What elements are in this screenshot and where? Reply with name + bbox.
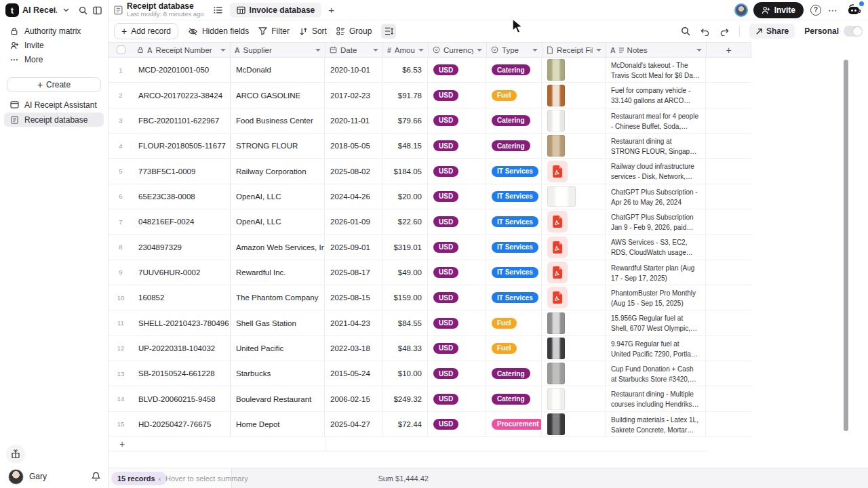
cell-receipt-number[interactable]: 7UUV6HUR-0002 xyxy=(133,260,231,285)
cell-notes[interactable]: PhantomBuster Pro Monthly (Aug 15 - Sep … xyxy=(606,285,706,310)
cell-supplier[interactable]: Home Depot xyxy=(230,412,325,436)
chevron-down-icon[interactable] xyxy=(532,49,538,52)
receipt-thumbnail[interactable] xyxy=(547,388,565,410)
cell-currency[interactable]: USD xyxy=(428,184,486,209)
cell-amount[interactable]: $184.05 xyxy=(382,159,428,183)
undo-icon[interactable] xyxy=(700,27,710,36)
column-header-date[interactable]: Date xyxy=(326,43,383,57)
cell-type[interactable]: Fuel xyxy=(486,336,542,361)
cell-notes[interactable]: 15.956G Regular fuel at Shell, 6707 West… xyxy=(606,310,706,335)
cell-currency[interactable]: USD xyxy=(428,235,486,259)
cell-currency[interactable]: USD xyxy=(428,361,486,386)
receipt-thumbnail[interactable] xyxy=(547,59,565,81)
cell-amount[interactable]: $20.00 xyxy=(382,184,428,209)
cell-amount[interactable]: $6.53 xyxy=(382,58,428,82)
cell-notes[interactable]: McDonald's takeout - The Travis Scott Me… xyxy=(606,58,706,82)
cell-date[interactable]: 2025-08-17 xyxy=(325,260,382,285)
table-row[interactable]: 14 BLVD-20060215-9458 Boulevard Restaura… xyxy=(108,386,751,411)
cell-receipt-file[interactable] xyxy=(542,361,606,386)
cell-amount[interactable]: $48.33 xyxy=(382,336,428,361)
table-row[interactable]: 8 2304897329 Amazon Web Services, Inc. 2… xyxy=(108,235,751,260)
cell-amount[interactable]: $10.00 xyxy=(382,361,428,386)
cell-receipt-file[interactable] xyxy=(542,386,606,411)
create-button[interactable]: + Create xyxy=(7,77,101,92)
cell-receipt-number[interactable]: 048216EF-0024 xyxy=(133,209,231,234)
filter-button[interactable]: Filter xyxy=(258,26,290,36)
cell-receipt-file[interactable] xyxy=(542,260,606,285)
receipt-thumbnail[interactable] xyxy=(547,262,568,283)
cell-currency[interactable]: USD xyxy=(428,209,486,234)
cell-supplier[interactable]: The Phantom Company xyxy=(230,285,325,310)
receipt-thumbnail[interactable] xyxy=(547,135,565,157)
personal-toggle[interactable] xyxy=(844,26,863,37)
receipt-thumbnail[interactable] xyxy=(547,413,565,435)
cell-notes[interactable]: Fuel for company vehicle - 33.140 gallon… xyxy=(606,83,706,107)
cell-type[interactable]: Catering xyxy=(486,134,542,158)
help-icon[interactable]: ? xyxy=(810,5,821,16)
cell-amount[interactable]: $249.32 xyxy=(382,386,428,411)
table-row[interactable]: 2 ARCO-20170223-38424 ARCO GASOLINE 2017… xyxy=(108,83,751,108)
receipt-thumbnail[interactable] xyxy=(547,363,565,384)
receipt-thumbnail[interactable] xyxy=(547,161,568,182)
amount-sum[interactable]: Sum $1,444.42 xyxy=(340,474,429,483)
cell-type[interactable]: IT Services xyxy=(486,285,542,310)
add-table-button[interactable]: + xyxy=(328,4,334,16)
cell-receipt-file[interactable] xyxy=(542,159,606,183)
cell-receipt-number[interactable]: ARCO-20170223-38424 xyxy=(133,83,231,107)
cell-supplier[interactable]: Shell Gas Station xyxy=(230,310,325,335)
group-button[interactable]: Group xyxy=(336,26,372,36)
cell-supplier[interactable]: Food Business Center xyxy=(230,108,325,133)
chevron-down-icon[interactable] xyxy=(220,49,226,52)
cell-type[interactable]: Catering xyxy=(486,386,542,411)
table-row[interactable]: 9 7UUV6HUR-0002 Rewardful Inc. 2025-08-1… xyxy=(108,260,751,285)
cell-type[interactable]: Fuel xyxy=(486,83,542,107)
cell-date[interactable]: 2022-03-18 xyxy=(325,336,382,361)
avatar[interactable] xyxy=(734,3,748,17)
cell-amount[interactable]: $49.00 xyxy=(382,260,428,285)
cell-amount[interactable]: $159.00 xyxy=(382,285,428,310)
cell-notes[interactable]: Cup Fund Donation + Cash at Starbucks St… xyxy=(606,361,706,386)
cell-date[interactable]: 2006-02-15 xyxy=(325,386,382,411)
cell-type[interactable]: Catering xyxy=(486,58,542,82)
receipt-thumbnail[interactable] xyxy=(547,85,565,106)
cell-supplier[interactable]: Starbucks xyxy=(230,361,325,386)
table-row[interactable]: 10 160852 The Phantom Company 2025-08-15… xyxy=(108,285,751,310)
cell-receipt-number[interactable]: UP-20220318-104032 xyxy=(133,336,231,361)
sidebar-item-invite[interactable]: Invite xyxy=(4,39,104,52)
workspace-name[interactable]: AI Recei... xyxy=(22,5,57,15)
receipt-thumbnail[interactable] xyxy=(547,338,565,359)
cell-receipt-file[interactable] xyxy=(542,336,606,361)
cell-supplier[interactable]: ARCO GASOLINE xyxy=(230,83,325,107)
cell-amount[interactable]: $79.66 xyxy=(382,108,428,133)
cell-currency[interactable]: USD xyxy=(428,285,486,310)
cell-currency[interactable]: USD xyxy=(428,412,486,436)
cell-notes[interactable]: ChatGPT Plus Subscription - Apr 26 to Ma… xyxy=(606,184,706,209)
cell-currency[interactable]: USD xyxy=(428,260,486,285)
active-table-tab[interactable]: Receipt database Last modify: 8 minutes … xyxy=(127,2,204,18)
column-header-type[interactable]: Type xyxy=(487,43,542,57)
tab-invoice-database[interactable]: Invoice database xyxy=(230,3,322,18)
cell-currency[interactable]: USD xyxy=(428,108,486,133)
cell-receipt-file[interactable] xyxy=(542,285,606,310)
cell-receipt-number[interactable]: 773BF5C1-0009 xyxy=(133,159,231,183)
cell-date[interactable]: 2025-08-02 xyxy=(325,159,382,183)
table-row[interactable]: 15 HD-20250427-76675 Home Depot 2025-04-… xyxy=(108,412,751,437)
cell-type[interactable]: Catering xyxy=(486,361,542,386)
bell-icon[interactable] xyxy=(92,472,100,481)
cell-date[interactable]: 2018-05-05 xyxy=(325,134,382,158)
cell-notes[interactable]: Restaurant dining - Multiple courses inc… xyxy=(606,386,706,411)
search-icon[interactable] xyxy=(78,4,89,16)
cell-notes[interactable]: ChatGPT Plus Subscription Jan 9 - Feb 9,… xyxy=(606,209,706,234)
cell-type[interactable]: IT Services xyxy=(486,209,542,234)
cell-receipt-number[interactable]: FLOUR-20180505-11677 xyxy=(133,134,231,158)
cell-amount[interactable]: $319.01 xyxy=(382,235,428,259)
column-header-supplier[interactable]: A Supplier xyxy=(231,43,326,57)
chevron-down-icon[interactable] xyxy=(60,4,71,16)
more-options-icon[interactable]: ⋯ xyxy=(828,5,838,16)
cell-receipt-number[interactable]: HD-20250427-76675 xyxy=(133,412,231,436)
sidebar-item-authority-matrix[interactable]: Authority matrix xyxy=(4,24,104,38)
receipt-thumbnail[interactable] xyxy=(547,287,568,308)
row-height-button[interactable] xyxy=(381,24,396,39)
cell-date[interactable]: 2025-09-01 xyxy=(325,235,382,259)
cell-receipt-file[interactable] xyxy=(542,83,606,107)
